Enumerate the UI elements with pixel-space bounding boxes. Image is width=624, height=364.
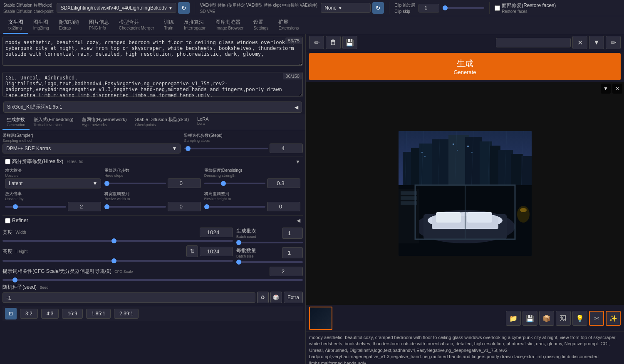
tool-scissors[interactable]: ✂ xyxy=(589,311,604,326)
hires-collapse-btn[interactable]: ▼ xyxy=(295,159,300,165)
ratio-4-3[interactable]: 4:3 xyxy=(41,309,59,319)
tab-settings[interactable]: 设置 Settings xyxy=(248,16,273,34)
tab-interrogator[interactable]: 反推算法 Interrogator xyxy=(179,16,210,34)
sampler-dropdown[interactable]: DPM++ SDE Karras ▼ xyxy=(2,144,181,154)
hires-steps-input[interactable] xyxy=(168,178,201,188)
batch-count-label-text: 生成批次 xyxy=(236,228,256,234)
tool-save[interactable]: 💾 xyxy=(522,311,537,326)
subtab-embedding[interactable]: 嵌入式(Embedding) Textual Inversion xyxy=(30,114,78,130)
model-refresh-btn[interactable]: ↻ xyxy=(178,2,190,14)
clear-search-btn[interactable]: ✕ xyxy=(572,36,587,49)
tab-extras[interactable]: 附加功能 Extras xyxy=(54,16,84,34)
height-slider[interactable] xyxy=(2,260,233,262)
resize-w-sub: Resize width to xyxy=(104,197,201,201)
upscale-by-slider[interactable] xyxy=(5,206,66,208)
batch-count-slider[interactable] xyxy=(236,242,303,243)
tab-img2img[interactable]: 图生图 img2img xyxy=(28,16,54,34)
tab-checkpoint-merger-sub: Checkpoint Merger xyxy=(119,26,154,30)
cfg-input[interactable] xyxy=(270,267,303,276)
tab-png-info[interactable]: 图片信息 PNG Info xyxy=(84,16,114,34)
hires-details: 放大算法 Upscaler Latent ▼ 重绘迭代步数 Hire xyxy=(5,168,300,211)
tab-interrogator-sub: Interrogator xyxy=(184,26,206,30)
tool-folder[interactable]: 📁 xyxy=(506,311,521,326)
dropdown-search-btn[interactable]: ▼ xyxy=(589,36,604,49)
clip-slider[interactable] xyxy=(443,7,484,9)
seed-recycle-btn[interactable]: ♻ xyxy=(257,292,269,303)
img-close-btn[interactable]: ✕ xyxy=(612,84,622,94)
subtab-generation[interactable]: 生成参数 Generation xyxy=(2,114,30,130)
tab-extensions[interactable]: 扩展 Extensions xyxy=(273,16,304,34)
model-dropdown[interactable]: SDXL\lighting\realvisxlV40_v40LightningB… xyxy=(57,3,176,13)
vae-refresh-btn[interactable]: ↻ xyxy=(372,2,384,14)
hires-checkbox[interactable] xyxy=(5,159,10,164)
restore-faces-checkbox[interactable] xyxy=(495,5,500,11)
vae-value: None xyxy=(324,5,337,11)
batch-size-input[interactable] xyxy=(282,247,303,258)
search-input[interactable] xyxy=(496,38,571,47)
steps-slider[interactable] xyxy=(184,148,268,149)
width-input[interactable] xyxy=(200,228,233,237)
tab-train[interactable]: 训练 Train xyxy=(159,16,179,34)
batch-count-label: 生成批次 Batch count xyxy=(236,228,256,239)
restore-faces-toggle[interactable]: 面部修复(Restore faces) Restore faces xyxy=(495,2,556,14)
ratio-239-1[interactable]: 2.39:1 xyxy=(114,309,139,319)
subtab-lora-label: LoRA xyxy=(197,116,209,121)
seed-extra-btn[interactable]: Extra xyxy=(284,292,303,303)
edit-btn[interactable]: ✏ xyxy=(309,36,324,49)
tab-txt2img[interactable]: 文生图 txt2img xyxy=(3,16,28,34)
height-label-row: 高度 Height ⇅ xyxy=(2,245,233,257)
trash-btn[interactable]: 🗑 xyxy=(326,36,341,49)
img-zoom-out-btn[interactable]: ▼ xyxy=(601,84,611,94)
upscaler-label: 放大算法 Upscaler xyxy=(5,168,101,178)
tab-checkpoint-merger[interactable]: 模型合并 Checkpoint Merger xyxy=(114,16,159,34)
swap-wh-btn[interactable]: ⇅ xyxy=(186,245,198,257)
width-slider[interactable] xyxy=(2,240,233,242)
cfg-slider[interactable] xyxy=(2,279,303,281)
generate-btn[interactable]: 生成 Generate xyxy=(309,53,621,80)
seed-input[interactable] xyxy=(2,292,255,303)
denoising-input[interactable] xyxy=(267,178,300,188)
subtab-hypernetwork[interactable]: 超网络(Hypernetwork) Hypernetworks xyxy=(78,114,131,130)
tool-archive[interactable]: 📦 xyxy=(539,311,554,326)
ratio-3-2[interactable]: 3:2 xyxy=(20,309,38,319)
seed-dice-btn[interactable]: 🎲 xyxy=(270,292,282,303)
save-btn[interactable]: 💾 xyxy=(342,36,357,49)
resize-h-input[interactable] xyxy=(267,202,300,211)
steps-input[interactable] xyxy=(270,144,303,153)
keyword-dropdown[interactable]: SixGod_KI提示词v1.65.1 ◀ xyxy=(3,102,302,113)
ratio-185-1[interactable]: 1.85:1 xyxy=(86,309,111,319)
image-area: ▼ ✕ xyxy=(306,82,624,305)
refiner-checkbox[interactable] xyxy=(5,218,10,223)
positive-prompt-input[interactable]: moody aesthetic, beautiful cozy, cramped… xyxy=(2,37,303,66)
tool-image[interactable]: 🖼 xyxy=(556,311,571,326)
ratio-icon[interactable]: ⊡ xyxy=(5,308,17,319)
negative-prompt-input[interactable]: CGI, Unreal, Airbrushed, DigitalInsfw,lo… xyxy=(2,72,303,97)
svg-point-41 xyxy=(520,208,527,212)
refiner-collapse-btn[interactable]: ◀ xyxy=(297,218,300,223)
batch-count-input[interactable] xyxy=(282,228,303,239)
tool-magic[interactable]: ✨ xyxy=(606,311,621,326)
tab-image-browser[interactable]: 图库浏览器 Image Browser xyxy=(210,16,248,34)
height-input[interactable] xyxy=(200,247,233,256)
tab-txt2img-sub: txt2img xyxy=(8,26,23,30)
resize-h-slider[interactable] xyxy=(204,206,265,208)
subtab-lora[interactable]: LoRA Lora xyxy=(193,114,213,130)
edit-search-btn[interactable]: ✏ xyxy=(606,36,621,49)
batch-size-slider[interactable] xyxy=(236,261,303,263)
vae-sublabel: SD VAE xyxy=(200,9,215,14)
resize-w-slider[interactable] xyxy=(104,206,166,208)
ratio-16-9[interactable]: 16:9 xyxy=(62,309,82,319)
thumbnail-1[interactable] xyxy=(309,307,332,330)
tool-bulb[interactable]: 💡 xyxy=(572,311,587,326)
cfg-section: 提示词相关性(CFG Scale/无分类器信息引导规模) CFG Scale xyxy=(2,267,303,282)
subtab-checkpoints[interactable]: Stable Diffusion 模型(ckpt) Checkpoints xyxy=(131,114,193,130)
hires-steps-slider[interactable] xyxy=(104,183,166,184)
upscaler-dropdown[interactable]: Latent ▼ xyxy=(5,178,101,188)
upscale-by-input[interactable] xyxy=(68,202,101,211)
clip-input[interactable] xyxy=(418,4,439,12)
denoising-slider[interactable] xyxy=(204,183,265,184)
model-selector: SDXL\lighting\realvisxlV40_v40LightningB… xyxy=(57,2,189,14)
resize-w-input[interactable] xyxy=(168,202,201,211)
resize-h-label: 将高度调整到 Resize height to xyxy=(204,191,300,201)
vae-dropdown[interactable]: None ▼ xyxy=(321,3,371,13)
